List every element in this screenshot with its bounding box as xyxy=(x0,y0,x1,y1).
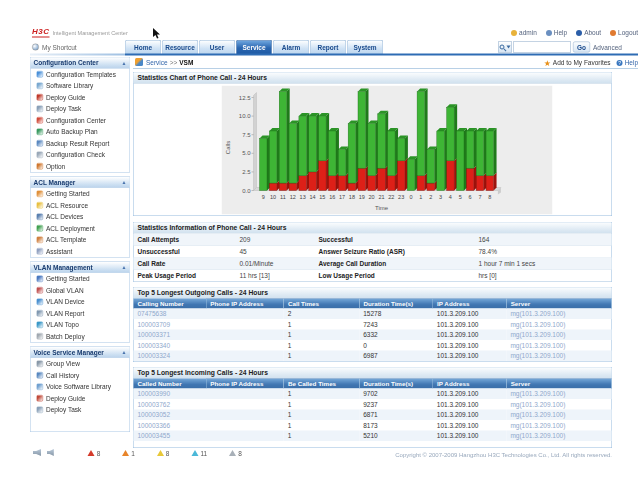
stats-cell: 45 xyxy=(240,248,319,256)
go-button[interactable]: Go xyxy=(573,42,590,53)
alarm-warning[interactable]: 11 xyxy=(191,449,207,457)
sidebar-item-option[interactable]: Option xyxy=(31,161,130,173)
column-header-call-times[interactable]: Call Times xyxy=(284,299,360,309)
sidebar-item-vlan-report[interactable]: VLAN Report xyxy=(31,308,130,320)
number-link[interactable]: 100003366 xyxy=(134,420,207,431)
sidebar-item-auto-backup-plan[interactable]: Auto Backup Plan xyxy=(31,126,130,138)
number-link[interactable]: 100003340 xyxy=(134,340,207,351)
sidebar-item-acl-resource[interactable]: ACL Resource xyxy=(31,200,130,212)
column-header-ip-address[interactable]: IP Address xyxy=(433,379,507,389)
collapse-icon[interactable]: ▲ xyxy=(122,350,127,356)
collapse-icon[interactable]: ▲ xyxy=(122,180,127,186)
tab-report[interactable]: Report xyxy=(310,40,346,54)
column-header-server[interactable]: Server xyxy=(506,299,611,309)
column-header-phone-ip-address[interactable]: Phone IP Address xyxy=(206,379,284,389)
collapse-icon[interactable]: ▲ xyxy=(122,60,127,66)
advanced-link[interactable]: Advanced xyxy=(593,43,622,51)
search-input[interactable] xyxy=(513,42,571,53)
sidebar-item-getting-started[interactable]: Getting Started xyxy=(31,188,130,200)
sidebar-item-assistant[interactable]: Assistant xyxy=(31,246,130,258)
number-link[interactable]: 07475638 xyxy=(134,309,207,320)
collapse-icon[interactable]: ▲ xyxy=(122,265,127,271)
tab-service[interactable]: Service xyxy=(236,40,272,54)
mute-icon[interactable] xyxy=(47,449,54,456)
sidebar-item-deploy-task[interactable]: Deploy Task xyxy=(31,103,130,115)
column-header-duration-time-s-[interactable]: Duration Time(s) xyxy=(359,299,433,309)
number-link[interactable]: 100003455 xyxy=(134,431,207,442)
table-cell xyxy=(206,389,284,400)
sidebar-item-batch-deploy[interactable]: Batch Deploy xyxy=(31,331,130,343)
table-row: 10000370917243101.3.209.100mg(101.3.209.… xyxy=(134,319,612,330)
sidebar-item-getting-started[interactable]: Getting Started xyxy=(31,273,130,285)
tab-resource[interactable]: Resource xyxy=(162,40,198,54)
number-link[interactable]: 100003990 xyxy=(134,389,207,400)
table-cell[interactable]: mg(101.3.209.100) xyxy=(506,309,611,320)
help-link[interactable]: Help xyxy=(546,29,567,37)
sidebar-section-header[interactable]: Voice Service Manager▲ xyxy=(31,347,130,358)
copyright: Copyright © 2007-2009 Hangzhou H3C Techn… xyxy=(395,451,612,458)
alarm-sound-icon[interactable] xyxy=(33,449,41,456)
alarm-major[interactable]: 1 xyxy=(122,449,135,457)
breadcrumb-section[interactable]: Service xyxy=(146,58,168,66)
alarm-info[interactable]: 8 xyxy=(229,449,242,457)
number-link[interactable]: 100003709 xyxy=(134,319,207,330)
alarm-minor[interactable]: 8 xyxy=(157,449,170,457)
sidebar-section-header[interactable]: VLAN Management▲ xyxy=(31,262,130,273)
sidebar-item-acl-devices[interactable]: ACL Devices xyxy=(31,211,130,223)
sidebar-item-configuration-check[interactable]: Configuration Check xyxy=(31,149,130,161)
sidebar-item-acl-deployment[interactable]: ACL Deployment xyxy=(31,223,130,235)
column-header-server[interactable]: Server xyxy=(506,379,611,389)
table-cell[interactable]: mg(101.3.209.100) xyxy=(506,420,611,431)
sidebar-item-voice-software-library[interactable]: Voice Software Library xyxy=(31,381,130,393)
sidebar-item-configuration-templates[interactable]: Configuration Templates xyxy=(31,69,130,81)
table-cell[interactable]: mg(101.3.209.100) xyxy=(506,330,611,341)
table-cell[interactable]: mg(101.3.209.100) xyxy=(506,351,611,362)
sidebar-item-deploy-task[interactable]: Deploy Task xyxy=(31,404,130,416)
sidebar-item-vlan-topo[interactable]: VLAN Topo xyxy=(31,319,130,331)
sidebar-item-acl-template[interactable]: ACL Template xyxy=(31,234,130,246)
table-cell[interactable]: mg(101.3.209.100) xyxy=(506,431,611,442)
add-to-favorites-link[interactable]: Add to My Favorites xyxy=(553,59,611,67)
column-header-be-called-times[interactable]: Be Called Times xyxy=(284,379,360,389)
tab-system[interactable]: System xyxy=(347,40,383,54)
sidebar-item-call-history[interactable]: Call History xyxy=(31,370,130,382)
sidebar-item-group-view[interactable]: Group View xyxy=(31,358,130,370)
column-header-called-number[interactable]: Called Number xyxy=(134,379,207,389)
sidebar-section-header[interactable]: Configuration Center▲ xyxy=(31,58,130,69)
stats-cell: 164 xyxy=(479,236,612,244)
vlan-topo-icon xyxy=(37,322,44,329)
my-shortcut[interactable]: My Shortcut xyxy=(30,40,125,54)
sidebar-section-header[interactable]: ACL Manager▲ xyxy=(31,177,130,188)
sidebar-item-deploy-guide[interactable]: Deploy Guide xyxy=(31,393,130,405)
column-header-calling-number[interactable]: Calling Number xyxy=(134,299,207,309)
column-header-ip-address[interactable]: IP Address xyxy=(433,299,507,309)
alarm-critical[interactable]: 8 xyxy=(88,449,101,457)
sidebar-item-global-vlan[interactable]: Global VLAN xyxy=(31,285,130,297)
call-history-icon xyxy=(37,372,44,379)
about-link[interactable]: About xyxy=(576,29,601,37)
table-cell[interactable]: mg(101.3.209.100) xyxy=(506,389,611,400)
table-cell[interactable]: mg(101.3.209.100) xyxy=(506,319,611,330)
sidebar-item-configuration-center[interactable]: Configuration Center xyxy=(31,115,130,127)
tab-home[interactable]: Home xyxy=(125,40,161,54)
column-header-phone-ip-address[interactable]: Phone IP Address xyxy=(206,299,284,309)
number-link[interactable]: 100003762 xyxy=(134,399,207,410)
number-link[interactable]: 100003324 xyxy=(134,351,207,362)
sidebar-item-backup-result-report[interactable]: Backup Result Report xyxy=(31,138,130,150)
sidebar-item-vlan-device[interactable]: VLAN Device xyxy=(31,296,130,308)
software-library-icon xyxy=(37,83,44,90)
table-cell[interactable]: mg(101.3.209.100) xyxy=(506,340,611,351)
column-header-duration-time-s-[interactable]: Duration Time(s) xyxy=(359,379,433,389)
tab-user[interactable]: User xyxy=(199,40,235,54)
sidebar-item-software-library[interactable]: Software Library xyxy=(31,80,130,92)
number-link[interactable]: 100003052 xyxy=(134,410,207,421)
table-cell[interactable]: mg(101.3.209.100) xyxy=(506,410,611,421)
sidebar-item-deploy-guide[interactable]: Deploy Guide xyxy=(31,92,130,104)
number-link[interactable]: 100003371 xyxy=(134,330,207,341)
logout-link[interactable]: Logout xyxy=(610,29,638,37)
table-cell[interactable]: mg(101.3.209.100) xyxy=(506,399,611,410)
search-scope-button[interactable] xyxy=(498,42,512,53)
admin-link[interactable]: admin xyxy=(511,29,537,37)
help-link[interactable]: Help xyxy=(625,59,638,67)
tab-alarm[interactable]: Alarm xyxy=(273,40,309,54)
